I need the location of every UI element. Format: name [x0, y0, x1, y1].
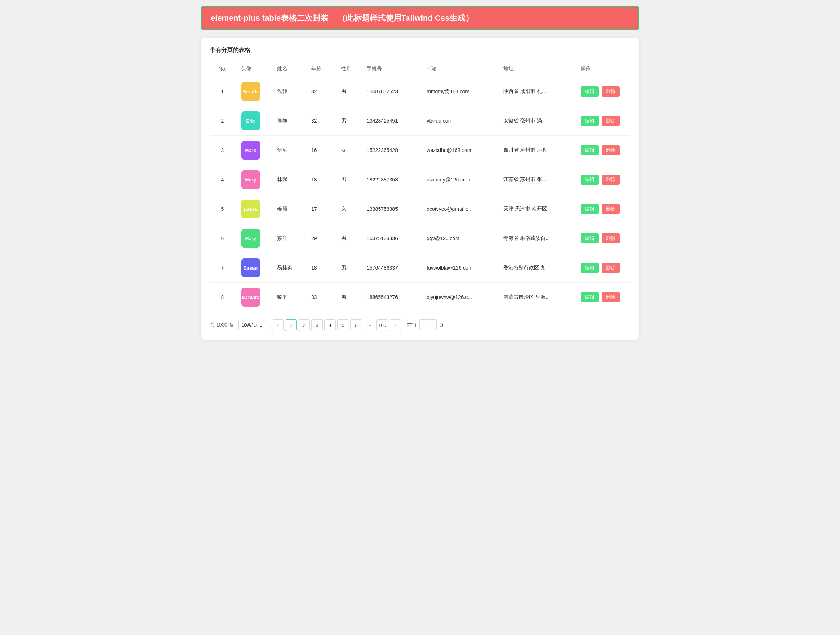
cell-actions: 编辑 删除 — [575, 106, 630, 136]
page-last-button[interactable]: 100 — [376, 319, 388, 331]
cell-age: 29 — [305, 224, 335, 253]
cell-no: 5 — [210, 195, 235, 224]
edit-button[interactable]: 编辑 — [581, 292, 599, 302]
cell-actions: 编辑 删除 — [575, 77, 630, 106]
data-table: No. 头像 姓名 年龄 性别 手机号 邮箱 地址 操作 1 Brenda — [210, 61, 630, 312]
delete-button[interactable]: 删除 — [602, 233, 620, 244]
edit-button[interactable]: 编辑 — [581, 145, 599, 155]
cell-actions: 编辑 删除 — [575, 224, 630, 253]
cell-email: mmqmy@163.com — [421, 77, 497, 106]
delete-button[interactable]: 删除 — [602, 116, 620, 126]
edit-button[interactable]: 编辑 — [581, 86, 599, 97]
cell-avatar: Mary — [235, 165, 271, 195]
delete-button[interactable]: 删除 — [602, 174, 620, 185]
cell-age: 17 — [305, 195, 335, 224]
edit-button[interactable]: 编辑 — [581, 263, 599, 273]
cell-avatar: Mark — [235, 136, 271, 165]
pagination: 共 1000 条 10条/页 ⌄ ‹ 1 2 3 4 5 6 ··· 100 ›… — [210, 319, 630, 331]
pagination-total: 共 1000 条 — [210, 322, 234, 328]
cell-age: 32 — [305, 106, 335, 136]
chevron-down-icon: ⌄ — [259, 323, 263, 328]
delete-button[interactable]: 删除 — [602, 145, 620, 155]
delete-button[interactable]: 删除 — [602, 263, 620, 273]
col-actions: 操作 — [575, 61, 630, 77]
page-3-button[interactable]: 3 — [311, 319, 323, 331]
delete-button[interactable]: 删除 — [602, 204, 620, 214]
page-ellipsis: ··· — [363, 319, 375, 331]
cell-actions: 编辑 删除 — [575, 253, 630, 283]
edit-button[interactable]: 编辑 — [581, 174, 599, 185]
cell-age: 16 — [305, 136, 335, 165]
col-address: 地址 — [497, 61, 575, 77]
cell-email: fuvwolbla@126.com — [421, 253, 497, 283]
page-4-button[interactable]: 4 — [324, 319, 336, 331]
edit-button[interactable]: 编辑 — [581, 116, 599, 126]
cell-address: 江苏省 苏州市 张... — [497, 165, 575, 195]
avatar: Susan — [241, 258, 260, 277]
cell-name: 傅军 — [271, 136, 305, 165]
cell-no: 1 — [210, 77, 235, 106]
avatar: Laura — [241, 200, 260, 219]
cell-name: 姜霞 — [271, 195, 305, 224]
table-row: 7 Susan 易桂英 18 男 15764486337 fuvwolbla@1… — [210, 253, 630, 283]
delete-button[interactable]: 删除 — [602, 86, 620, 97]
cell-phone: 18865543276 — [361, 283, 421, 312]
cell-email: wezxdhu@163.com — [421, 136, 497, 165]
cell-name: 林强 — [271, 165, 305, 195]
cell-name: 蔡洋 — [271, 224, 305, 253]
cell-gender: 男 — [335, 224, 361, 253]
page-2-button[interactable]: 2 — [298, 319, 310, 331]
cell-phone: 13428425451 — [361, 106, 421, 136]
col-email: 邮箱 — [421, 61, 497, 77]
cell-avatar: Mary — [235, 224, 271, 253]
cell-email: djyujuwhw@126.c... — [421, 283, 497, 312]
cell-no: 8 — [210, 283, 235, 312]
cell-name: 侯静 — [271, 77, 305, 106]
col-name: 姓名 — [271, 61, 305, 77]
table-row: 3 Mark 傅军 16 女 15222365428 wezxdhu@163.c… — [210, 136, 630, 165]
cell-avatar: Susan — [235, 253, 271, 283]
next-page-button[interactable]: › — [390, 319, 401, 331]
page-1-button[interactable]: 1 — [285, 319, 297, 331]
card-title: 带有分页的表格 — [210, 46, 630, 54]
table-wrapper: No. 头像 姓名 年龄 性别 手机号 邮箱 地址 操作 1 Brenda — [210, 61, 630, 312]
goto-input[interactable] — [419, 319, 437, 331]
cell-actions: 编辑 删除 — [575, 136, 630, 165]
delete-button[interactable]: 删除 — [602, 292, 620, 302]
cell-phone: 18222387353 — [361, 165, 421, 195]
cell-age: 33 — [305, 283, 335, 312]
goto-section: 前往 页 — [407, 319, 444, 331]
cell-no: 6 — [210, 224, 235, 253]
table-row: 6 Mary 蔡洋 29 男 15375138336 ggv@126.com 青… — [210, 224, 630, 253]
avatar: Mark — [241, 141, 260, 160]
col-no: No. — [210, 61, 235, 77]
goto-label: 前往 — [407, 322, 417, 328]
edit-button[interactable]: 编辑 — [581, 204, 599, 214]
cell-no: 4 — [210, 165, 235, 195]
cell-actions: 编辑 删除 — [575, 195, 630, 224]
cell-age: 18 — [305, 165, 335, 195]
cell-address: 陕西省 咸阳市 礼... — [497, 77, 575, 106]
cell-gender: 男 — [335, 106, 361, 136]
cell-phone: 13385758385 — [361, 195, 421, 224]
cell-email: vt@qq.com — [421, 106, 497, 136]
cell-no: 3 — [210, 136, 235, 165]
edit-button[interactable]: 编辑 — [581, 233, 599, 244]
cell-name: 易桂英 — [271, 253, 305, 283]
avatar: Eric — [241, 111, 260, 130]
cell-age: 32 — [305, 77, 335, 106]
col-gender: 性别 — [335, 61, 361, 77]
page-size-label: 10条/页 — [242, 322, 257, 328]
page-6-button[interactable]: 6 — [351, 319, 362, 331]
cell-gender: 男 — [335, 77, 361, 106]
cell-avatar: Brenda — [235, 77, 271, 106]
main-card: 带有分页的表格 No. 头像 姓名 年龄 性别 手机号 邮箱 地址 操作 — [201, 38, 639, 340]
cell-email: ggv@126.com — [421, 224, 497, 253]
cell-gender: 女 — [335, 136, 361, 165]
avatar: Mary — [241, 170, 260, 189]
cell-gender: 男 — [335, 283, 361, 312]
page-size-select[interactable]: 10条/页 ⌄ — [238, 320, 266, 330]
prev-page-button[interactable]: ‹ — [272, 319, 284, 331]
cell-name: 黎平 — [271, 283, 305, 312]
page-5-button[interactable]: 5 — [337, 319, 349, 331]
